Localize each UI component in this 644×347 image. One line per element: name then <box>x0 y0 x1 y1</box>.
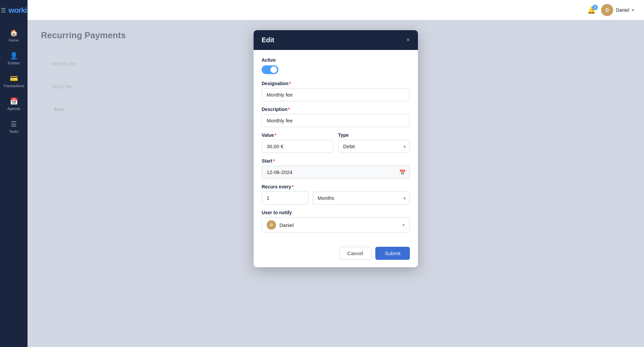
sidebar-item-transactions[interactable]: 💳 Transactions <box>0 70 28 93</box>
user-notify-avatar: D <box>267 220 276 230</box>
tasks-icon: ☰ <box>11 120 17 128</box>
modal-footer: Cancel Submit <box>254 241 418 267</box>
user-notify-arrow-icon: ▾ <box>402 223 405 228</box>
user-name: Daniel <box>616 7 629 13</box>
sidebar-item-agenda-label: Agenda <box>7 107 20 111</box>
modal-header: Edit × <box>254 30 418 50</box>
recurs-row: Days Weeks Months Years ▾ <box>262 191 410 205</box>
notification-badge: 2 <box>592 5 598 10</box>
description-label: Description* <box>262 107 410 112</box>
recurs-period-group: Days Weeks Months Years ▾ <box>313 191 410 205</box>
type-group: Type Debit Credit ▾ <box>338 132 410 153</box>
active-toggle[interactable] <box>262 65 278 74</box>
modal-close-button[interactable]: × <box>406 37 410 44</box>
start-date-input[interactable] <box>262 166 410 179</box>
active-label: Active <box>262 57 410 63</box>
description-input[interactable] <box>262 114 410 127</box>
recurs-period-select[interactable]: Days Weeks Months Years <box>313 191 410 205</box>
sidebar-item-transactions-label: Transactions <box>3 84 24 88</box>
designation-group: Designation* <box>262 81 410 101</box>
chevron-down-icon: ▾ <box>632 8 634 12</box>
sidebar-nav: 🏠 Home 👤 Entities 💳 Transactions 📅 Agend… <box>0 24 28 138</box>
designation-input[interactable] <box>262 88 410 101</box>
submit-button[interactable]: Submit <box>375 247 410 260</box>
edit-modal: Edit × Active <box>254 30 418 267</box>
app-logo: worki <box>9 6 27 15</box>
sidebar-item-home-label: Home <box>9 38 18 42</box>
designation-label: Designation* <box>262 81 410 86</box>
date-input-wrapper: 📅 <box>262 166 410 179</box>
sidebar: ☰ worki 🏠 Home 👤 Entities 💳 Transactions… <box>0 0 28 347</box>
description-group: Description* <box>262 107 410 127</box>
transactions-icon: 💳 <box>10 74 18 82</box>
sidebar-logo-area[interactable]: ☰ worki <box>0 0 28 21</box>
value-label: Value* <box>262 132 333 138</box>
user-notify-select[interactable]: D Daniel ▾ <box>262 217 410 233</box>
topbar: 🔔 2 D Daniel ▾ <box>28 0 644 20</box>
recurs-number-group <box>262 191 309 205</box>
user-notify-name: Daniel <box>279 222 399 228</box>
recurs-label: Recurs every* <box>262 184 410 189</box>
value-group: Value* <box>262 132 333 153</box>
type-select[interactable]: Debit Credit <box>338 140 410 153</box>
type-label: Type <box>338 132 410 138</box>
entities-icon: 👤 <box>10 52 18 60</box>
sidebar-item-home[interactable]: 🏠 Home <box>0 24 28 47</box>
modal-body: Active Designation* <box>254 50 418 241</box>
sidebar-item-tasks-label: Tasks <box>9 129 18 133</box>
sidebar-item-agenda[interactable]: 📅 Agenda <box>0 93 28 115</box>
value-type-row: Value* Type Debit Credit ▾ <box>262 132 410 153</box>
cancel-button[interactable]: Cancel <box>339 247 372 260</box>
sidebar-item-entities-label: Entities <box>8 61 20 65</box>
recurs-group: Recurs every* Days Weeks Months <box>262 184 410 205</box>
home-icon: 🏠 <box>10 29 18 37</box>
user-avatar: D <box>601 4 613 16</box>
active-section: Active <box>262 57 410 75</box>
value-input[interactable] <box>262 140 333 153</box>
start-label: Start* <box>262 158 410 164</box>
start-group: Start* 📅 <box>262 158 410 179</box>
sidebar-item-entities[interactable]: 👤 Entities <box>0 47 28 70</box>
modal-title: Edit <box>262 36 274 44</box>
agenda-icon: 📅 <box>10 97 18 105</box>
recurs-number-input[interactable] <box>262 191 309 205</box>
notifications-button[interactable]: 🔔 2 <box>587 6 596 14</box>
modal-overlay: Edit × Active <box>28 20 644 347</box>
user-menu[interactable]: D Daniel ▾ <box>601 4 634 16</box>
user-notify-group: User to notify D Daniel ▾ <box>262 210 410 233</box>
user-notify-label: User to notify <box>262 210 410 215</box>
sidebar-item-tasks[interactable]: ☰ Tasks <box>0 115 28 138</box>
type-select-wrapper: Debit Credit ▾ <box>338 140 410 153</box>
main-area: 🔔 2 D Daniel ▾ Recurring Payments Monthl… <box>28 0 644 347</box>
page-content: Recurring Payments Monthly fee ✕ Yearly … <box>28 20 644 347</box>
hamburger-icon[interactable]: ☰ <box>1 7 6 14</box>
